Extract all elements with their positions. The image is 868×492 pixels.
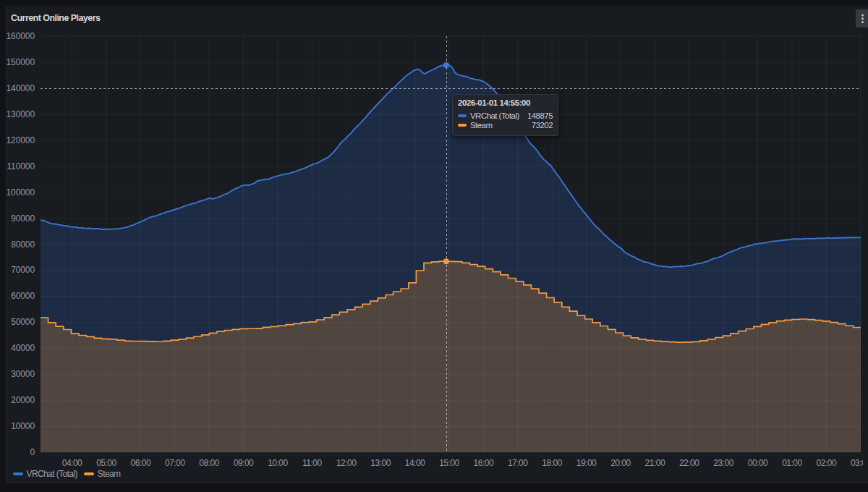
svg-text:05:00: 05:00	[96, 458, 116, 468]
svg-text:11:00: 11:00	[302, 458, 322, 468]
svg-text:60000: 60000	[11, 291, 35, 301]
svg-text:70000: 70000	[11, 265, 35, 275]
svg-text:0: 0	[30, 447, 35, 457]
svg-text:40000: 40000	[11, 343, 35, 353]
svg-text:03:00: 03:00	[851, 458, 868, 468]
svg-text:80000: 80000	[11, 239, 35, 250]
svg-text:19:00: 19:00	[576, 458, 597, 468]
svg-text:160000: 160000	[7, 31, 35, 41]
svg-text:50000: 50000	[11, 317, 35, 327]
svg-text:21:00: 21:00	[645, 458, 665, 468]
svg-text:110000: 110000	[7, 161, 35, 171]
svg-text:14:00: 14:00	[405, 458, 425, 468]
svg-text:00:00: 00:00	[748, 458, 768, 468]
svg-text:140000: 140000	[7, 83, 35, 93]
svg-text:01:00: 01:00	[782, 458, 802, 468]
svg-text:13:00: 13:00	[370, 458, 391, 468]
svg-text:120000: 120000	[7, 135, 35, 145]
svg-text:10000: 10000	[11, 421, 35, 431]
svg-text:22:00: 22:00	[679, 458, 699, 468]
svg-text:10:00: 10:00	[268, 458, 288, 468]
svg-text:02:00: 02:00	[817, 458, 837, 468]
svg-text:07:00: 07:00	[165, 458, 185, 468]
svg-text:20:00: 20:00	[610, 458, 631, 468]
svg-text:100000: 100000	[7, 187, 35, 198]
svg-text:150000: 150000	[7, 57, 35, 67]
svg-text:08:00: 08:00	[199, 458, 219, 468]
svg-text:18:00: 18:00	[542, 458, 562, 468]
svg-text:17:00: 17:00	[508, 458, 528, 468]
svg-text:12:00: 12:00	[336, 458, 357, 468]
svg-text:20000: 20000	[11, 395, 35, 405]
svg-text:30000: 30000	[11, 369, 35, 379]
svg-text:16:00: 16:00	[474, 458, 494, 468]
svg-text:90000: 90000	[11, 213, 35, 224]
svg-text:15:00: 15:00	[439, 458, 459, 468]
svg-text:04:00: 04:00	[62, 458, 82, 468]
svg-text:09:00: 09:00	[234, 458, 254, 468]
svg-text:130000: 130000	[7, 109, 35, 119]
svg-text:23:00: 23:00	[713, 458, 733, 468]
svg-text:06:00: 06:00	[131, 458, 151, 468]
